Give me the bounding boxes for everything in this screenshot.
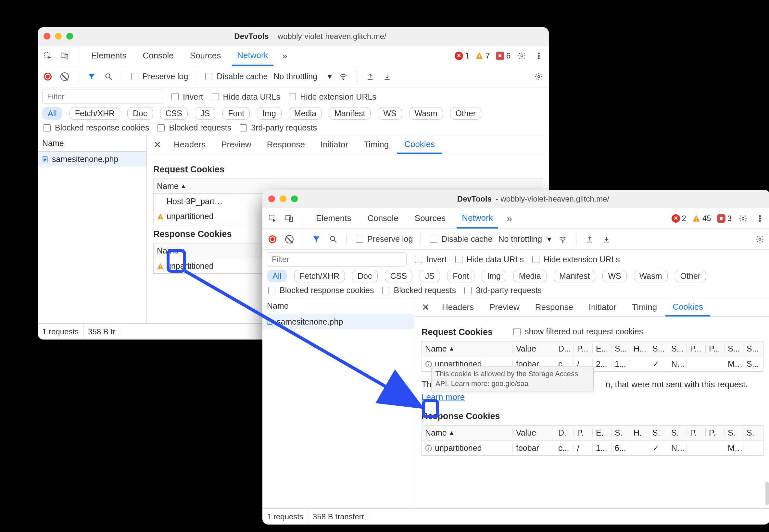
close-panel-icon[interactable]: ✕ — [149, 139, 165, 150]
wifi-icon[interactable] — [338, 71, 349, 82]
tab-network[interactable]: Network — [232, 46, 273, 66]
chip-ws[interactable]: WS — [602, 270, 626, 282]
warning-count[interactable]: 45 — [692, 214, 711, 223]
kebab-menu-icon[interactable] — [533, 50, 544, 61]
info-circle-icon[interactable] — [425, 360, 432, 367]
info-circle-icon[interactable] — [425, 444, 432, 452]
disable-cache-checkbox[interactable]: Disable cache — [429, 234, 492, 244]
preserve-log-checkbox[interactable]: Preserve log — [354, 234, 413, 244]
titlebar[interactable]: DevTools - wobbly-violet-heaven.glitch.m… — [262, 190, 769, 208]
chip-js[interactable]: JS — [420, 270, 440, 282]
third-party-requests-checkbox[interactable]: 3rd-party requests — [463, 286, 542, 295]
more-tabs-icon[interactable]: » — [279, 50, 290, 61]
detail-tab-initiator[interactable]: Initiator — [582, 298, 624, 316]
issue-count[interactable]: ■6 — [496, 51, 511, 61]
chip-wasm[interactable]: Wasm — [409, 107, 443, 120]
warning-count[interactable]: 7 — [475, 51, 490, 61]
wifi-icon[interactable] — [557, 234, 568, 245]
blocked-requests-checkbox[interactable]: Blocked requests — [381, 286, 456, 295]
detail-tab-cookies[interactable]: Cookies — [397, 136, 442, 154]
minimize-window-icon[interactable] — [55, 33, 62, 40]
detail-tab-initiator[interactable]: Initiator — [313, 136, 355, 154]
detail-tab-response[interactable]: Response — [260, 136, 312, 154]
detail-tab-headers[interactable]: Headers — [435, 298, 481, 316]
error-count[interactable]: ✕1 — [455, 51, 469, 61]
detail-tab-preview[interactable]: Preview — [482, 298, 527, 316]
cookie-row[interactable]: unpartitioned foobar c... / 1... 6... ✓ … — [422, 440, 763, 455]
tab-console[interactable]: Console — [137, 46, 179, 66]
maximize-window-icon[interactable] — [66, 33, 73, 40]
tab-sources[interactable]: Sources — [185, 46, 226, 66]
detail-tab-timing[interactable]: Timing — [625, 298, 664, 316]
detail-tab-response[interactable]: Response — [528, 298, 580, 316]
settings-gear-icon[interactable] — [738, 213, 749, 224]
tab-sources[interactable]: Sources — [410, 208, 451, 229]
more-tabs-icon[interactable]: » — [504, 213, 515, 224]
chip-doc[interactable]: Doc — [127, 107, 153, 120]
chip-fetchxhr[interactable]: Fetch/XHR — [294, 270, 345, 282]
show-filtered-checkbox[interactable]: show filtered out request cookies — [512, 327, 643, 336]
invert-checkbox[interactable]: Invert — [414, 255, 447, 264]
chip-fetchxhr[interactable]: Fetch/XHR — [69, 107, 120, 120]
close-panel-icon[interactable]: ✕ — [418, 302, 434, 313]
traffic-lights[interactable] — [268, 195, 298, 202]
maximize-window-icon[interactable] — [291, 195, 298, 202]
tab-elements[interactable]: Elements — [311, 208, 356, 229]
search-icon[interactable] — [328, 234, 339, 245]
learn-more-link[interactable]: Learn more — [422, 392, 465, 402]
chip-img[interactable]: Img — [482, 270, 506, 282]
issue-count[interactable]: ■3 — [717, 214, 732, 223]
traffic-lights[interactable] — [43, 33, 73, 40]
tab-network[interactable]: Network — [457, 208, 498, 229]
chip-other[interactable]: Other — [450, 107, 482, 120]
clear-icon[interactable] — [59, 71, 70, 82]
throttling-select[interactable]: No throttling▾ — [498, 234, 552, 244]
filter-input[interactable] — [42, 90, 163, 104]
chip-font[interactable]: Font — [222, 107, 250, 120]
third-party-requests-checkbox[interactable]: 3rd-party requests — [238, 123, 317, 132]
detail-tab-timing[interactable]: Timing — [356, 136, 396, 154]
minimize-window-icon[interactable] — [279, 195, 286, 202]
chip-ws[interactable]: WS — [378, 107, 402, 120]
hide-ext-urls-checkbox[interactable]: Hide extension URLs — [531, 255, 620, 264]
chip-media[interactable]: Media — [289, 107, 322, 120]
device-toggle-icon[interactable] — [284, 213, 295, 224]
chip-other[interactable]: Other — [675, 270, 706, 282]
tab-console[interactable]: Console — [362, 208, 403, 229]
settings-gear-icon[interactable] — [516, 50, 527, 61]
network-settings-gear-icon[interactable] — [754, 234, 765, 245]
detail-tab-cookies[interactable]: Cookies — [665, 298, 710, 316]
upload-icon[interactable] — [584, 234, 595, 245]
hide-data-urls-checkbox[interactable]: Hide data URLs — [454, 255, 524, 264]
hide-data-urls-checkbox[interactable]: Hide data URLs — [210, 92, 280, 102]
upload-icon[interactable] — [365, 71, 376, 82]
name-header[interactable]: Name — [262, 298, 415, 314]
chip-doc[interactable]: Doc — [352, 270, 377, 282]
tab-elements[interactable]: Elements — [86, 46, 131, 66]
download-icon[interactable] — [381, 71, 393, 82]
detail-tab-headers[interactable]: Headers — [167, 136, 213, 154]
invert-checkbox[interactable]: Invert — [170, 92, 203, 102]
chip-img[interactable]: Img — [257, 107, 281, 120]
chip-js[interactable]: JS — [195, 107, 215, 120]
request-row[interactable]: samesitenone.php — [38, 152, 146, 167]
network-settings-gear-icon[interactable] — [533, 71, 544, 82]
scrollbar[interactable] — [765, 482, 769, 505]
chip-all[interactable]: All — [267, 270, 287, 282]
preserve-log-checkbox[interactable]: Preserve log — [130, 72, 188, 81]
name-header[interactable]: Name — [38, 135, 146, 152]
inspect-icon[interactable] — [267, 213, 278, 224]
chip-css[interactable]: CSS — [160, 107, 188, 120]
hide-ext-urls-checkbox[interactable]: Hide extension URLs — [287, 92, 376, 102]
chip-wasm[interactable]: Wasm — [634, 270, 668, 282]
chip-media[interactable]: Media — [514, 270, 547, 282]
request-row[interactable]: samesitenone.php — [262, 314, 415, 329]
filter-icon[interactable] — [86, 71, 97, 82]
blocked-requests-checkbox[interactable]: Blocked requests — [156, 123, 231, 132]
disable-cache-checkbox[interactable]: Disable cache — [204, 72, 267, 81]
inspect-icon[interactable] — [42, 50, 53, 61]
chip-manifest[interactable]: Manifest — [554, 270, 595, 282]
throttling-select[interactable]: No throttling▾ — [273, 72, 332, 81]
chip-manifest[interactable]: Manifest — [329, 107, 370, 120]
record-icon[interactable] — [42, 71, 53, 82]
